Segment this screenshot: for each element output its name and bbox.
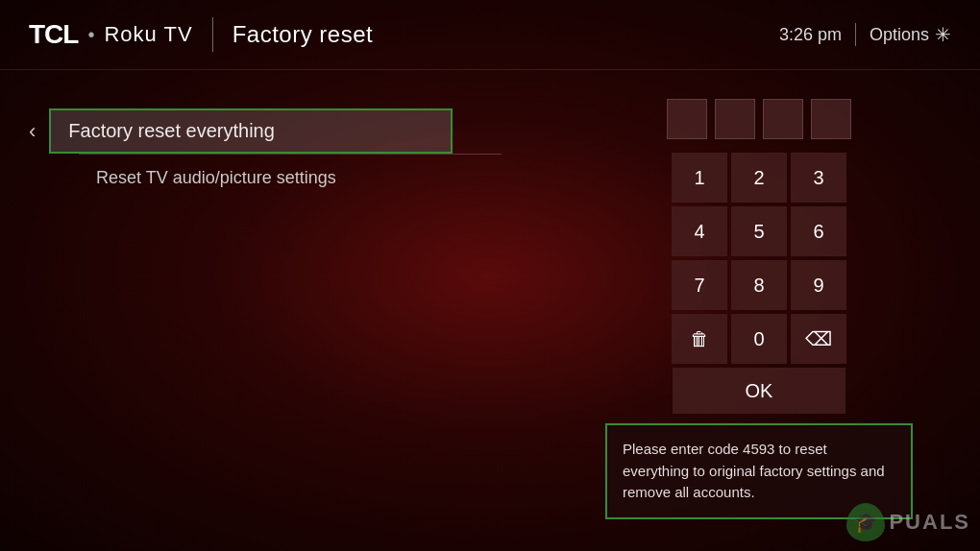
pin-box-3 — [763, 99, 803, 139]
key-8[interactable]: 8 — [731, 260, 787, 310]
header-right-divider — [855, 23, 856, 46]
key-2[interactable]: 2 — [731, 153, 787, 203]
brand-logo: TCL • Roku TV — [29, 19, 193, 50]
ok-button[interactable]: OK — [673, 368, 845, 414]
roku-tv-logo: Roku TV — [104, 22, 192, 47]
watermark: 🎓 PUALS — [846, 503, 970, 541]
key-3[interactable]: 3 — [791, 153, 846, 203]
pin-box-2 — [715, 99, 755, 139]
back-arrow[interactable]: ‹ — [29, 121, 36, 142]
watermark-icon: 🎓 — [846, 503, 885, 541]
key-4[interactable]: 4 — [672, 206, 727, 256]
header-right: 3:26 pm Options ✳ — [779, 23, 951, 46]
pin-box-1 — [667, 99, 707, 139]
key-delete-icon[interactable]: 🗑 — [672, 314, 727, 364]
key-1[interactable]: 1 — [672, 153, 727, 203]
key-6[interactable]: 6 — [791, 206, 846, 256]
right-panel: 1 2 3 4 5 6 7 8 9 🗑 0 ⌫ OK Please enter … — [567, 99, 951, 519]
back-row: ‹ Factory reset everything — [29, 108, 528, 154]
clock: 3:26 pm — [779, 25, 842, 45]
main-content: ‹ Factory reset everything Reset TV audi… — [0, 70, 980, 539]
pin-display — [667, 99, 851, 139]
key-backspace-icon[interactable]: ⌫ — [791, 314, 846, 364]
brand-separator: • — [87, 24, 94, 46]
left-panel: ‹ Factory reset everything Reset TV audi… — [29, 99, 528, 519]
key-5[interactable]: 5 — [731, 206, 787, 256]
options-icon: ✳ — [935, 23, 951, 46]
numpad: 1 2 3 4 5 6 7 8 9 🗑 0 ⌫ — [672, 153, 846, 364]
page-title: Factory reset — [233, 21, 374, 48]
tcl-logo: TCL — [29, 19, 78, 50]
options-button[interactable]: Options ✳ — [870, 23, 951, 46]
key-9[interactable]: 9 — [791, 260, 846, 310]
watermark-text: PUALS — [889, 510, 970, 535]
reset-audio-picture-item[interactable]: Reset TV audio/picture settings — [79, 155, 528, 202]
pin-box-4 — [811, 99, 851, 139]
factory-reset-everything-item[interactable]: Factory reset everything — [49, 108, 453, 154]
key-0[interactable]: 0 — [731, 314, 787, 364]
options-label: Options — [870, 25, 929, 45]
key-7[interactable]: 7 — [672, 260, 727, 310]
header: TCL • Roku TV Factory reset 3:26 pm Opti… — [0, 0, 980, 70]
header-divider — [212, 17, 213, 52]
